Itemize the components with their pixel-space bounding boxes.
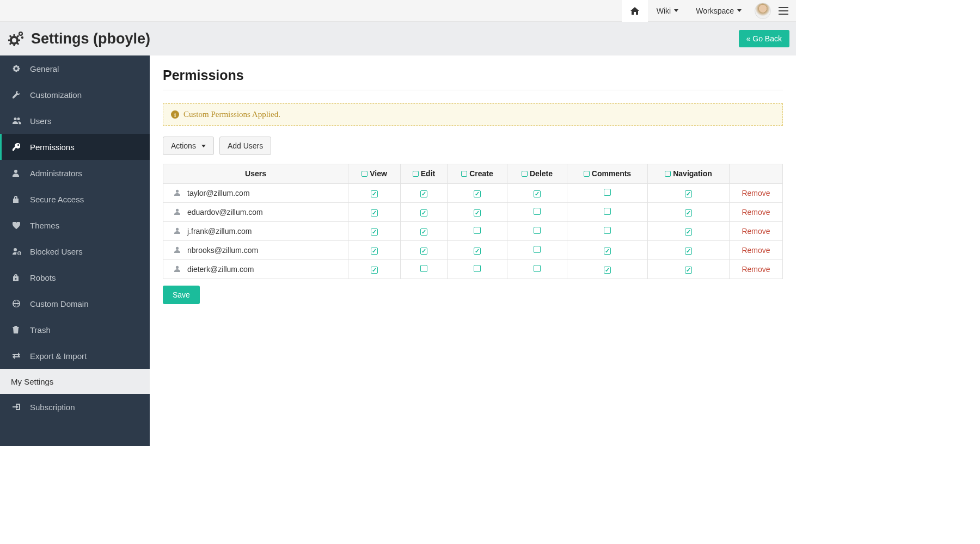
sidebar-item-secure-access[interactable]: Secure Access	[0, 186, 150, 212]
remove-link[interactable]: Remove	[742, 227, 770, 236]
perm-cell-navigation	[648, 183, 730, 202]
nav-home[interactable]	[622, 0, 648, 22]
col-create[interactable]: Create	[448, 164, 507, 184]
actions-dropdown[interactable]: Actions	[163, 137, 214, 155]
perm-cell-navigation	[648, 202, 730, 221]
checkbox[interactable]	[685, 209, 692, 217]
col-navigation[interactable]: Navigation	[648, 164, 730, 184]
sidebar-item-robots[interactable]: Robots	[0, 264, 150, 290]
sidebar-item-export-import[interactable]: Export & Import	[0, 343, 150, 369]
hamburger-menu-icon[interactable]	[779, 7, 788, 15]
perm-cell-view	[348, 221, 401, 240]
sidebar-item-subscription[interactable]: Subscription	[0, 394, 150, 420]
save-button[interactable]: Save	[163, 286, 200, 304]
remove-cell: Remove	[730, 259, 783, 279]
remove-link[interactable]: Remove	[742, 189, 770, 197]
heart-icon	[13, 222, 21, 229]
sidebar-item-general[interactable]: General	[0, 55, 150, 82]
topbar: Wiki Workspace	[0, 0, 796, 22]
checkbox[interactable]	[534, 208, 541, 215]
add-users-button[interactable]: Add Users	[219, 137, 271, 155]
checkbox[interactable]	[420, 265, 427, 272]
checkbox[interactable]	[420, 190, 427, 197]
sidebar-item-label: Robots	[30, 273, 56, 282]
perm-cell-create	[448, 259, 507, 279]
sidebar-item-label: Blocked Users	[30, 247, 83, 256]
checkbox[interactable]	[604, 248, 611, 255]
divider	[163, 90, 783, 90]
checkbox[interactable]	[685, 190, 692, 197]
sidebar-item-blocked-users[interactable]: Blocked Users	[0, 238, 150, 264]
checkbox[interactable]	[474, 227, 481, 234]
checkbox-icon	[362, 171, 367, 177]
sidebar-item-label: Users	[30, 116, 51, 126]
nav-wiki[interactable]: Wiki	[648, 0, 687, 22]
sidebar-item-label: Themes	[30, 221, 59, 230]
go-back-button[interactable]: « Go Back	[739, 30, 789, 47]
user-icon	[174, 265, 181, 272]
checkbox-icon	[413, 171, 419, 177]
sidebar-item-users[interactable]: Users	[0, 108, 150, 134]
remove-link[interactable]: Remove	[742, 246, 770, 255]
remove-link[interactable]: Remove	[742, 265, 770, 274]
checkbox[interactable]	[371, 209, 378, 217]
col-edit[interactable]: Edit	[401, 164, 448, 184]
checkbox[interactable]	[604, 208, 611, 215]
user-email: eduardov@zillum.com	[187, 208, 263, 217]
checkbox[interactable]	[420, 228, 427, 236]
user-email: dieterk@zillum.com	[187, 265, 254, 274]
checkbox[interactable]	[604, 189, 611, 196]
remove-link[interactable]: Remove	[742, 208, 770, 217]
remove-cell: Remove	[730, 202, 783, 221]
sidebar-item-themes[interactable]: Themes	[0, 212, 150, 238]
table-row: taylor@zillum.comRemove	[163, 183, 783, 202]
user-email: taylor@zillum.com	[187, 189, 250, 197]
checkbox[interactable]	[534, 265, 541, 272]
checkbox[interactable]	[534, 190, 541, 197]
perm-cell-comments	[567, 202, 648, 221]
checkbox[interactable]	[371, 190, 378, 197]
actions-label: Actions	[171, 141, 196, 150]
checkbox[interactable]	[534, 227, 541, 234]
sidebar-item-custom-domain[interactable]: Custom Domain	[0, 290, 150, 317]
col-comments[interactable]: Comments	[567, 164, 648, 184]
info-banner-text: Custom Permissions Applied.	[183, 110, 280, 119]
svg-rect-1	[14, 44, 15, 46]
nav-workspace[interactable]: Workspace	[687, 0, 750, 22]
checkbox[interactable]	[604, 267, 611, 274]
checkbox[interactable]	[371, 248, 378, 255]
checkbox[interactable]	[371, 267, 378, 274]
home-icon	[630, 7, 639, 15]
sidebar-item-permissions[interactable]: Permissions	[0, 134, 150, 160]
sidebar-item-administrators[interactable]: Administrators	[0, 160, 150, 186]
checkbox[interactable]	[474, 190, 481, 197]
checkbox[interactable]	[685, 228, 692, 236]
perm-cell-create	[448, 240, 507, 259]
avatar[interactable]	[755, 3, 771, 19]
caret-down-icon	[201, 145, 206, 147]
checkbox[interactable]	[685, 267, 692, 274]
col-users: Users	[163, 164, 348, 184]
svg-point-9	[20, 33, 22, 35]
perm-cell-navigation	[648, 259, 730, 279]
checkbox[interactable]	[534, 246, 541, 253]
checkbox[interactable]	[474, 265, 481, 272]
user-icon	[174, 227, 181, 234]
checkbox[interactable]	[685, 248, 692, 255]
sidebar-item-customization[interactable]: Customization	[0, 82, 150, 108]
sidebar-section-my-settings: My Settings	[0, 369, 150, 394]
col-delete[interactable]: Delete	[507, 164, 567, 184]
user-cell: eduardov@zillum.com	[163, 202, 348, 221]
checkbox[interactable]	[420, 248, 427, 255]
col-view[interactable]: View	[348, 164, 401, 184]
checkbox[interactable]	[474, 248, 481, 255]
sidebar-item-trash[interactable]: Trash	[0, 317, 150, 343]
svg-rect-0	[14, 34, 15, 36]
checkbox[interactable]	[604, 227, 611, 234]
perm-cell-delete	[507, 240, 567, 259]
checkbox[interactable]	[474, 209, 481, 217]
user-icon	[174, 189, 181, 196]
exchange-icon	[13, 353, 21, 359]
checkbox[interactable]	[371, 228, 378, 236]
checkbox[interactable]	[420, 209, 427, 217]
